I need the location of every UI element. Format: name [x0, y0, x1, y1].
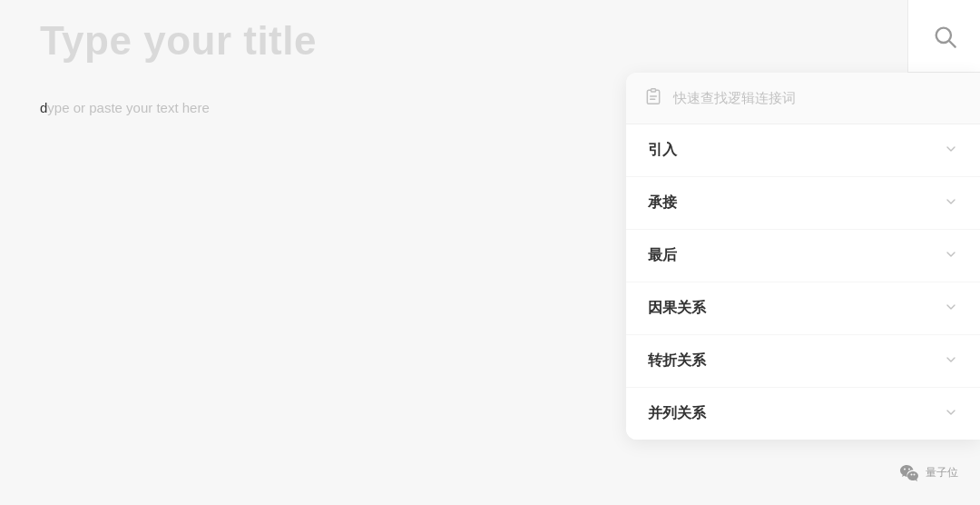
chevron-down-icon: [944, 405, 958, 422]
watermark-text: 量子位: [926, 465, 958, 480]
category-label: 引入: [648, 141, 677, 160]
category-item-connect[interactable]: 承接: [626, 177, 980, 230]
category-label: 并列关系: [648, 404, 706, 423]
category-item-cause-effect[interactable]: 因果关系: [626, 282, 980, 335]
category-item-parallel[interactable]: 并列关系: [626, 388, 980, 440]
watermark: 量子位: [898, 461, 958, 483]
category-item-contrast[interactable]: 转折关系: [626, 335, 980, 388]
chevron-down-icon: [944, 142, 958, 159]
clipboard-icon: [644, 87, 662, 109]
category-label: 最后: [648, 246, 677, 265]
chevron-down-icon: [944, 300, 958, 317]
panel-search-placeholder: 快速查找逻辑连接词: [673, 90, 796, 107]
dropdown-panel: 快速查找逻辑连接词 引入承接最后因果关系转折关系并列关系: [626, 73, 980, 440]
editor-placeholder: dype or paste your text here: [40, 100, 210, 115]
category-item-final[interactable]: 最后: [626, 230, 980, 282]
category-label: 因果关系: [648, 299, 706, 318]
category-label: 承接: [648, 193, 677, 213]
search-icon: [932, 24, 957, 49]
title-area: Type your title: [40, 18, 889, 64]
search-button[interactable]: [907, 0, 980, 73]
page-title[interactable]: Type your title: [40, 18, 889, 64]
category-item-intro[interactable]: 引入: [626, 124, 980, 177]
main-container: Type your title dype or paste your text …: [0, 0, 980, 505]
svg-rect-2: [652, 89, 656, 92]
svg-line-1: [949, 41, 955, 46]
category-label: 转折关系: [648, 352, 706, 371]
wechat-icon: [898, 461, 920, 483]
category-list: 引入承接最后因果关系转折关系并列关系: [626, 124, 980, 440]
chevron-down-icon: [944, 247, 958, 264]
chevron-down-icon: [944, 352, 958, 370]
panel-search-bar[interactable]: 快速查找逻辑连接词: [626, 73, 980, 124]
chevron-down-icon: [944, 194, 958, 212]
